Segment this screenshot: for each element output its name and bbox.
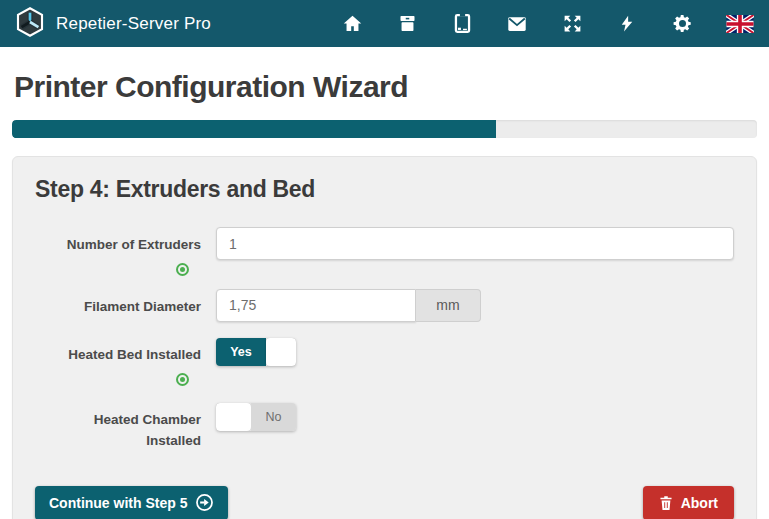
- page-title: Printer Configuration Wizard: [14, 70, 755, 104]
- wizard-buttons: Continue with Step 5 Abort: [35, 486, 734, 519]
- navbar: Repetier-Server Pro: [0, 0, 769, 47]
- field-row-heated-bed: Heated Bed Installed Yes: [35, 337, 734, 386]
- progress-fill: [12, 120, 496, 138]
- extruders-label: Number of Extruders: [67, 235, 201, 256]
- navbar-icons: [308, 13, 754, 35]
- toggle-yes-label: Yes: [216, 338, 266, 366]
- heated-bed-toggle[interactable]: Yes: [216, 338, 296, 366]
- language-uk-flag-icon[interactable]: [726, 13, 754, 35]
- field-row-extruders: Number of Extruders: [35, 227, 734, 276]
- wizard-progress-bar: [12, 120, 757, 138]
- printer-icon[interactable]: [396, 13, 418, 35]
- continue-button-label: Continue with Step 5: [49, 495, 187, 511]
- fullscreen-icon[interactable]: [561, 13, 583, 35]
- field-row-heated-chamber: Heated Chamber Installed No: [35, 402, 734, 452]
- manual-icon[interactable]: [451, 13, 473, 35]
- messages-envelope-icon[interactable]: [506, 13, 528, 35]
- heated-bed-label: Heated Bed Installed: [68, 345, 201, 366]
- arrow-right-circle-icon: [195, 493, 214, 512]
- extruders-help-icon[interactable]: [176, 263, 189, 276]
- toggle-knob: [216, 403, 251, 431]
- abort-button[interactable]: Abort: [643, 486, 734, 519]
- heated-chamber-label: Heated Chamber Installed: [83, 410, 201, 452]
- extruders-input[interactable]: [216, 227, 734, 260]
- filament-label: Filament Diameter: [84, 297, 201, 318]
- toggle-knob: [266, 338, 296, 366]
- filament-diameter-input[interactable]: [216, 289, 416, 322]
- continue-button[interactable]: Continue with Step 5: [35, 486, 228, 519]
- filament-unit-addon: mm: [416, 289, 481, 322]
- emergency-stop-bolt-icon[interactable]: [616, 13, 638, 35]
- abort-button-label: Abort: [681, 495, 718, 511]
- field-row-filament: Filament Diameter mm: [35, 289, 734, 322]
- main-content: Printer Configuration Wizard Step 4: Ext…: [0, 70, 769, 519]
- heated-bed-help-icon[interactable]: [176, 373, 189, 386]
- toggle-no-label: No: [251, 403, 296, 431]
- brand-title: Repetier-Server Pro: [56, 14, 211, 34]
- step-title: Step 4: Extruders and Bed: [35, 176, 734, 203]
- repetier-logo-icon: [14, 6, 46, 42]
- settings-gear-icon[interactable]: [671, 13, 693, 35]
- brand[interactable]: Repetier-Server Pro: [14, 6, 211, 42]
- wizard-step-card: Step 4: Extruders and Bed Number of Extr…: [12, 156, 757, 519]
- home-icon[interactable]: [341, 13, 363, 35]
- heated-chamber-toggle[interactable]: No: [216, 403, 296, 431]
- trash-icon: [659, 495, 673, 511]
